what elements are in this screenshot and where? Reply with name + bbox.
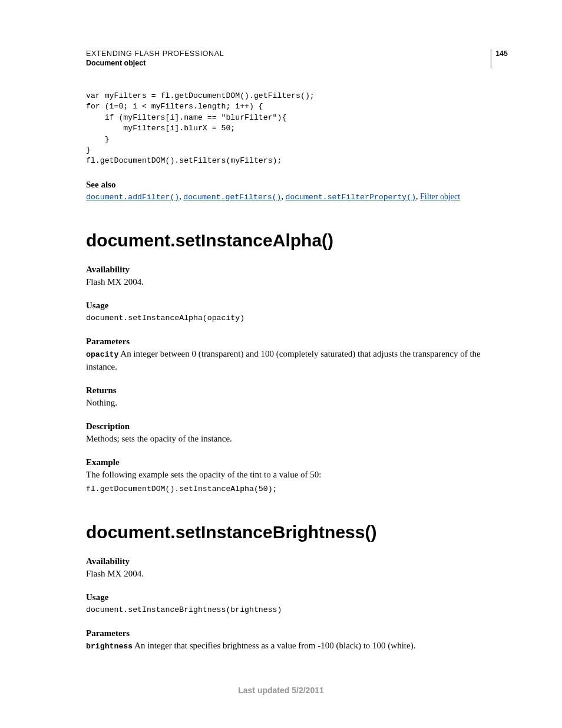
link-filter-object[interactable]: Filter object [420,192,460,201]
usage-heading-b: Usage [86,592,498,602]
header-subtitle: Document object [86,59,497,67]
see-also-heading: See also [86,180,498,190]
code-block-filters: var myFilters = fl.getDocumentDOM().getF… [86,91,498,167]
example-text: The following example sets the opacity o… [86,469,498,480]
parameters-heading-b: Parameters [86,628,498,638]
see-also-links: document.addFilter(), document.getFilter… [86,191,498,203]
usage-code: document.setInstanceAlpha(opacity) [86,313,498,324]
availability-heading-b: Availability [86,556,498,566]
parameters-heading: Parameters [86,337,498,347]
example-code: fl.getDocumentDOM().setInstanceAlpha(50)… [86,484,498,495]
usage-heading: Usage [86,301,498,311]
link-setfilterproperty[interactable]: document.setFilterProperty() [285,193,416,202]
page-number: 145 [495,50,508,58]
method-heading-setinstancebrightness: document.setInstanceBrightness() [86,522,498,542]
header-title: EXTENDING FLASH PROFESSIONAL [86,50,497,58]
returns-text: Nothing. [86,397,498,409]
content: var myFilters = fl.getDocumentDOM().getF… [86,91,498,653]
description-text: Methods; sets the opacity of the instanc… [86,433,498,444]
link-addfilter[interactable]: document.addFilter() [86,193,179,202]
param-text-b: An integer that specifies brightness as … [133,641,415,650]
param-text: An integer between 0 (transparent) and 1… [86,349,481,371]
availability-text-b: Flash MX 2004. [86,568,498,579]
page-header: EXTENDING FLASH PROFESSIONAL Document ob… [86,50,497,67]
page: EXTENDING FLASH PROFESSIONAL Document ob… [0,0,562,728]
returns-heading: Returns [86,386,498,396]
header-rule [491,49,491,68]
link-getfilters[interactable]: document.getFilters() [183,193,281,202]
method-heading-setinstancealpha: document.setInstanceAlpha() [86,230,498,251]
parameter-opacity: opacity An integer between 0 (transparen… [86,348,498,373]
usage-code-b: document.setInstanceBrightness(brightnes… [86,605,498,615]
example-heading: Example [86,457,498,467]
parameter-brightness: brightness An integer that specifies bri… [86,640,498,653]
footer-updated: Last updated 5/2/2011 [0,686,562,695]
param-name: opacity [86,350,118,359]
param-name-b: brightness [86,642,133,651]
availability-heading: Availability [86,265,498,275]
availability-text: Flash MX 2004. [86,276,498,288]
description-heading: Description [86,421,498,431]
